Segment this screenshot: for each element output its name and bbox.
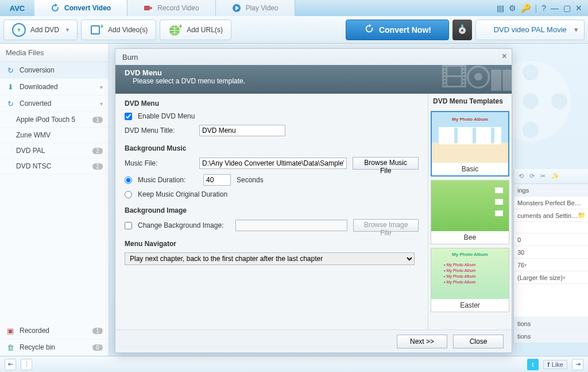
dialog-close-button[interactable]: × — [502, 51, 507, 62]
chevron-down-icon: ▾ — [100, 101, 103, 107]
sidebar-sub-ipod[interactable]: Apple iPod Touch 5 1 — [0, 112, 109, 128]
close-button[interactable]: Close — [453, 335, 504, 348]
dialog-form: DVD Menu Enable DVD Menu DVD Menu Title:… — [115, 94, 428, 329]
next-button[interactable]: Next >> — [397, 335, 447, 348]
disc-plus-icon: + — [12, 23, 26, 37]
radio-label: Music Duration: — [138, 176, 198, 184]
add-dvd-button[interactable]: + Add DVD — [3, 20, 78, 40]
sidebar-sub-zune[interactable]: Zune WMV — [0, 128, 109, 143]
add-urls-button[interactable]: + Add URL(s) — [160, 20, 231, 40]
sidebar-item-converted[interactable]: ↻ Converted ▾ — [0, 95, 109, 112]
templates-list[interactable]: Basic Bee Easter — [428, 109, 512, 329]
rotate-icon[interactable]: ⟳ — [529, 172, 535, 180]
convert-icon — [364, 24, 374, 36]
background-image-input — [235, 220, 347, 231]
panel-row[interactable]: cuments and Settin…📁 — [514, 209, 588, 222]
template-thumbnail — [431, 181, 509, 231]
panel-toggle-right[interactable]: ⇥ — [572, 359, 583, 370]
panel-row[interactable]: 76 — [514, 259, 588, 271]
music-duration-input[interactable] — [203, 174, 231, 186]
sidebar-item-label: Recorded — [20, 327, 49, 335]
button-label: Add Video(s) — [108, 26, 148, 34]
template-basic[interactable]: Basic — [431, 111, 509, 177]
button-label: Convert Now! — [379, 25, 431, 34]
sidebar-item-recycle-bin[interactable]: 🗑 Recycle bin 0 — [0, 339, 109, 356]
browse-image-button: Browse Image File — [353, 219, 419, 232]
key-icon[interactable]: 🔑 — [521, 3, 531, 13]
properties-panel: ⟲ ⟳ ✂ ✨ ings Monsters Perfect Be… cument… — [513, 169, 588, 343]
template-easter[interactable]: Easter — [431, 248, 509, 312]
add-videos-button[interactable]: + Add Video(s) — [81, 20, 156, 40]
panel-row[interactable]: 0 — [514, 233, 588, 246]
dialog-banner: DVD Menu Please select a DVD menu templa… — [115, 65, 512, 94]
music-file-input[interactable] — [199, 158, 347, 169]
output-profile-dropdown[interactable]: DVD video PAL Movie — [475, 20, 585, 40]
panel-row[interactable]: tions — [514, 317, 588, 330]
svg-text:+: + — [100, 23, 103, 30]
burn-icon — [457, 23, 468, 36]
converted-icon: ↻ — [6, 99, 15, 108]
count-badge: 0 — [92, 344, 103, 351]
close-window-icon[interactable]: ✕ — [575, 3, 582, 13]
panel-row[interactable]: tions — [514, 330, 588, 343]
panel-row[interactable]: 30 — [514, 246, 588, 259]
svg-point-13 — [523, 122, 539, 138]
banner-decoration: 🎞⦿▮▮ — [440, 65, 512, 94]
gear-icon[interactable]: ⚙ — [509, 3, 516, 13]
change-background-checkbox[interactable] — [125, 222, 132, 229]
section-heading: Background Image — [125, 206, 419, 214]
facebook-like-button[interactable]: f Like — [543, 360, 567, 369]
convert-now-button[interactable]: Convert Now! — [346, 20, 449, 40]
menu-icon[interactable]: ▤ — [497, 3, 504, 13]
folder-icon[interactable]: 📁 — [578, 212, 586, 219]
sidebar-item-label: DVD PAL — [16, 147, 45, 155]
rotate-icon[interactable]: ⟲ — [519, 172, 524, 180]
tab-label: Play Video — [246, 4, 278, 12]
dialog-title-bar: Burn × — [115, 49, 512, 65]
window-controls: ▤ ⚙ 🔑 | ? — ▢ ✕ — [491, 0, 588, 16]
sidebar-item-conversion[interactable]: ↻ Conversion — [0, 62, 109, 79]
browse-music-button[interactable]: Browse Music File — [353, 157, 419, 170]
panel-row[interactable]: (Larger file size) — [514, 271, 588, 284]
panel-toggle[interactable]: ⋮ — [21, 359, 32, 370]
radio-label: Keep Music Original Duration — [138, 190, 227, 198]
effects-icon[interactable]: ✨ — [551, 172, 559, 180]
enable-dvd-menu-checkbox[interactable] — [125, 113, 132, 120]
edit-toolbar: ⟲ ⟳ ✂ ✨ — [514, 169, 588, 184]
keep-original-duration-radio[interactable] — [125, 191, 132, 198]
twitter-icon[interactable]: t — [527, 359, 539, 370]
section-heading: Background Music — [125, 144, 419, 152]
sidebar-item-recorded[interactable]: ▣ Recorded 1 — [0, 323, 109, 339]
record-icon — [144, 3, 153, 13]
globe-plus-icon: + — [168, 23, 182, 37]
panel-toggle-left[interactable]: ⇤ — [5, 359, 16, 370]
sidebar-sub-dvd-pal[interactable]: DVD PAL 2 — [0, 143, 109, 159]
panel-header: ings — [514, 184, 588, 197]
button-label: Add DVD — [30, 26, 59, 34]
help-icon[interactable]: ? — [541, 3, 546, 13]
button-label: Add URL(s) — [187, 26, 223, 34]
tab-convert-video[interactable]: Convert Video — [34, 0, 127, 16]
count-badge: 1 — [92, 328, 103, 334]
download-icon: ⬇ — [6, 82, 15, 91]
svg-text:+: + — [179, 23, 182, 30]
dvd-menu-title-input[interactable] — [199, 125, 285, 136]
template-bee[interactable]: Bee — [431, 180, 509, 244]
sidebar-item-downloaded[interactable]: ⬇ Downloaded ▾ — [0, 79, 109, 95]
tab-record-video[interactable]: Record Video — [127, 0, 216, 16]
tab-play-video[interactable]: Play Video — [216, 0, 295, 16]
templates-panel: DVD Menu Templates Basic Bee Easter — [428, 94, 512, 329]
template-thumbnail — [431, 248, 509, 299]
like-label: Like — [552, 361, 563, 368]
music-duration-radio[interactable] — [125, 177, 132, 184]
tab-label: Convert Video — [64, 4, 111, 12]
maximize-icon[interactable]: ▢ — [563, 3, 571, 13]
menu-navigator-select[interactable]: Play next chapter, back to the first cha… — [125, 252, 415, 265]
cut-icon[interactable]: ✂ — [540, 172, 546, 180]
count-badge: 2 — [92, 163, 103, 170]
burn-button[interactable] — [452, 20, 472, 40]
sidebar-sub-dvd-ntsc[interactable]: DVD NTSC 2 — [0, 159, 109, 174]
panel-row[interactable]: Monsters Perfect Be… — [514, 197, 588, 209]
minimize-icon[interactable]: — — [551, 3, 559, 13]
template-name: Easter — [431, 299, 509, 312]
